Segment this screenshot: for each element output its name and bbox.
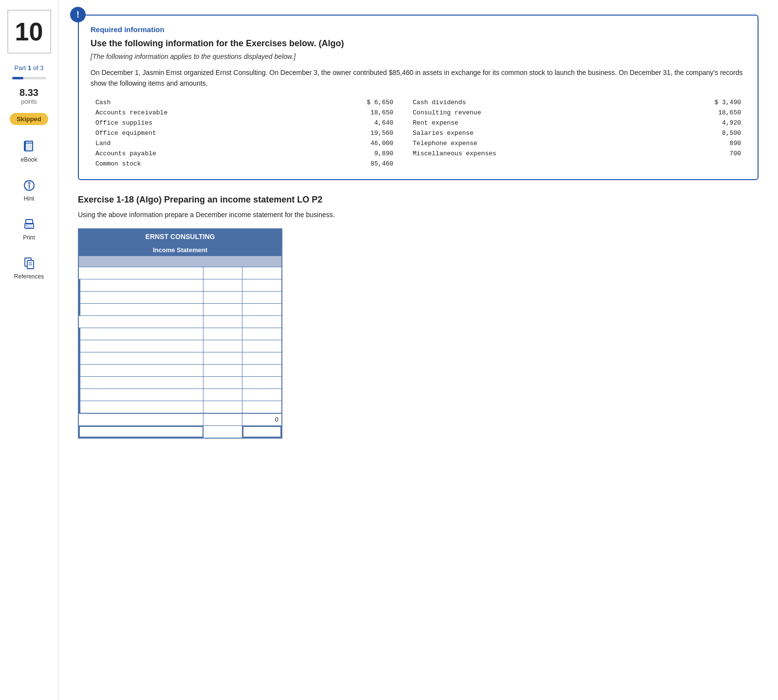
is-amount2-last[interactable] [242,426,281,438]
is-row-4 [79,303,281,315]
required-title: Required information [91,25,746,34]
is-amount2-2[interactable] [242,279,281,291]
data-value: $ 6,650 [306,98,397,107]
print-label: Print [23,234,35,241]
is-amount1-11[interactable] [204,389,242,401]
svg-rect-0 [25,141,33,151]
is-label-3[interactable] [79,292,204,303]
is-amount2-3[interactable] [242,292,281,303]
is-amount1-2[interactable] [204,279,242,291]
is-amount2-10[interactable] [242,377,281,388]
is-label-10[interactable] [79,377,204,388]
data-value: $ 3,490 [653,98,745,107]
is-amount1-8[interactable] [204,352,242,364]
data-label: Land [92,139,305,148]
is-amount2-4[interactable] [242,304,281,315]
hint-icon [20,177,38,194]
points-value: 8.33 [19,87,38,98]
exercise-section: Exercise 1-18 (Algo) Preparing an income… [78,195,759,439]
exercise-heading: Exercise 1-18 (Algo) Preparing an income… [78,195,759,205]
svg-point-6 [28,183,30,184]
data-value: 4,640 [306,118,397,128]
is-row-12 [79,401,281,413]
is-amount2-1[interactable] [242,267,281,279]
is-amount1-3[interactable] [204,292,242,303]
data-label: Cash dividends [409,98,652,107]
is-row-10 [79,376,281,388]
is-label-9[interactable] [79,365,204,376]
is-amount2-7[interactable] [242,340,281,352]
is-amount2-9[interactable] [242,365,281,376]
is-amount2-bottom: 0 [242,414,281,425]
is-amount1-6[interactable] [204,328,242,340]
is-amount2-11[interactable] [242,389,281,401]
book-icon [20,138,38,155]
sidebar: 10 Part 1 of 3 8.33 points Skipped eBook [0,0,58,700]
is-label-8[interactable] [79,352,204,364]
is-amount1-5[interactable] [204,316,242,328]
data-label: Accounts payable [92,149,305,158]
data-label: Office equipment [92,129,305,138]
required-icon: ! [70,7,86,22]
data-value: 890 [653,139,745,148]
problem-number: 10 [7,10,51,54]
sidebar-item-hint[interactable]: Hint [10,174,49,205]
data-label: Salaries expense [409,129,652,138]
print-icon [20,216,38,233]
is-label-bottom[interactable] [79,414,204,425]
data-value: 46,000 [306,139,397,148]
sidebar-item-ebook[interactable]: eBook [10,135,49,166]
references-label: References [14,273,44,280]
is-label-last[interactable] [79,426,204,438]
data-label: Consulting revenue [409,108,652,117]
is-label-5[interactable] [79,316,204,328]
company-name: ERNST CONSULTING [79,229,281,244]
data-label: Common stock [92,159,305,168]
is-label-1[interactable] [79,267,204,279]
svg-point-11 [26,225,27,226]
is-amount1-7[interactable] [204,340,242,352]
statement-title: Income Statement [79,244,281,256]
sidebar-item-print[interactable]: Print [10,213,49,244]
is-amount1-1[interactable] [204,267,242,279]
is-label-2[interactable] [79,279,204,291]
is-row-6 [79,328,281,340]
svg-rect-3 [24,141,26,151]
references-icon [20,255,38,272]
is-label-6[interactable] [79,328,204,340]
data-value: 19,560 [306,129,397,138]
is-amount2-12[interactable] [242,401,281,413]
is-amount1-10[interactable] [204,377,242,388]
points-label: points [19,98,38,105]
is-last-row [79,425,281,438]
income-statement-table: ERNST CONSULTING Income Statement [78,228,282,439]
data-label: Telephone expense [409,139,652,148]
sidebar-nav: eBook Hint [5,135,53,283]
skipped-badge: Skipped [10,113,48,125]
exercise-main-title: Use the following information for the Ex… [91,38,746,49]
is-amount1-bottom[interactable] [204,414,242,425]
is-label-7[interactable] [79,340,204,352]
is-row-7 [79,340,281,352]
hint-label: Hint [24,195,34,202]
is-amount2-6[interactable] [242,328,281,340]
is-label-4[interactable] [79,304,204,315]
is-amount2-5[interactable] [242,316,281,328]
is-row-5 [79,315,281,328]
data-label: Miscellaneous expenses [409,149,652,158]
is-amount1-12[interactable] [204,401,242,413]
is-amount2-8[interactable] [242,352,281,364]
is-label-11[interactable] [79,389,204,401]
italic-note: [The following information applies to th… [91,53,746,60]
part-progress-bar [12,77,46,79]
is-amount1-4[interactable] [204,304,242,315]
is-row-9 [79,364,281,376]
is-amount1-last[interactable] [204,426,242,438]
is-label-12[interactable] [79,401,204,413]
sidebar-item-references[interactable]: References [10,252,49,283]
points-info: 8.33 points [19,87,38,105]
is-amount1-9[interactable] [204,365,242,376]
is-row-1 [79,267,281,279]
ebook-label: eBook [20,156,37,163]
is-row-3 [79,291,281,303]
